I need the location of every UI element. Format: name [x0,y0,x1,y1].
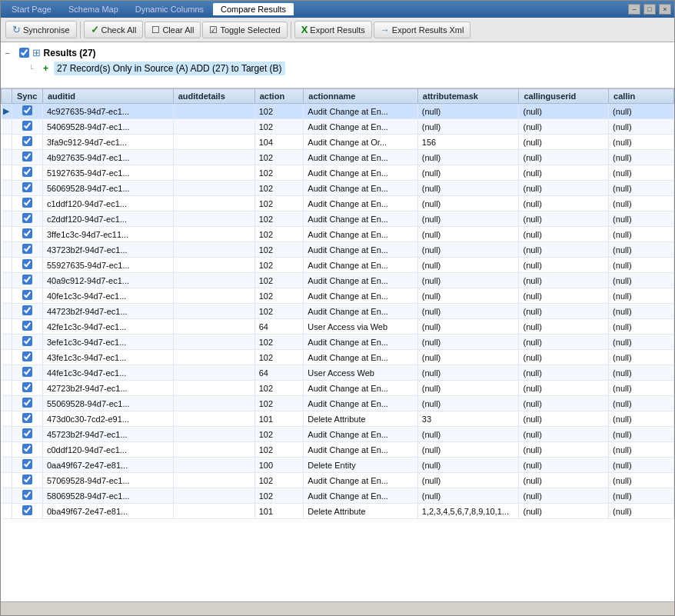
row-checkbox[interactable] [22,228,32,238]
toolbar-separator-2 [291,22,291,38]
row-checkbox[interactable] [22,444,32,454]
row-sync-cell [12,304,43,319]
row-checkbox[interactable] [22,105,32,115]
row-checkbox[interactable] [22,474,32,484]
check-all-button[interactable]: ✓ Check All [84,21,144,38]
row-attributemask: (null) [417,350,519,365]
row-checkbox[interactable] [22,382,32,392]
row-checkbox[interactable] [22,336,32,346]
export-xml-button[interactable]: → Export Results Xml [374,22,471,38]
col-callin[interactable]: callin [609,89,674,104]
row-arrow [2,427,12,442]
row-callinguserid: (null) [519,411,609,427]
minimize-button[interactable]: – [628,4,640,15]
row-sync-cell [12,473,43,488]
row-checkbox[interactable] [22,167,32,177]
clear-all-label: Clear All [162,25,194,35]
row-checkbox[interactable] [22,367,32,377]
row-arrow: ▶ [2,104,12,119]
row-arrow [2,304,12,319]
col-callinguserid[interactable]: callinguserid [519,89,609,104]
tree-child-label[interactable]: 27 Record(s) Only in Source (A) ADD (27)… [54,62,285,75]
tab-start-page[interactable]: Start Page [4,3,59,15]
row-checkbox[interactable] [22,351,32,361]
window-controls: – □ × [628,4,671,15]
col-sync[interactable]: Sync [12,89,43,104]
row-callinguserid: (null) [519,488,609,504]
close-button[interactable]: × [659,4,671,15]
row-auditid: 51927635-94d7-ec1... [43,165,174,181]
row-checkbox[interactable] [22,398,32,408]
row-callinguserid: (null) [519,165,609,181]
row-sync-cell [12,258,43,273]
row-callinguserid: (null) [519,135,609,150]
row-checkbox[interactable] [22,290,32,300]
table-row: 4b927635-94d7-ec1...102Audit Change at E… [2,150,674,165]
row-action: 101 [254,504,304,519]
row-checkbox[interactable] [22,490,32,500]
row-checkbox[interactable] [22,321,32,331]
tree-root-checkbox[interactable] [19,48,29,58]
col-auditdetails[interactable]: auditdetails [173,89,254,104]
tree-area: – ⊞ Results (27) └ + 27 Record(s) Only i… [1,42,674,88]
row-attributemask: (null) [417,304,519,319]
row-auditid: 43723b2f-94d7-ec1... [43,242,174,258]
row-action: 102 [254,304,304,319]
col-auditid[interactable]: auditid [43,89,174,104]
row-action: 102 [254,396,304,411]
row-checkbox[interactable] [22,182,32,192]
row-checkbox[interactable] [22,152,32,161]
row-checkbox[interactable] [22,275,32,285]
row-auditid: 43fe1c3c-94d7-ec1... [43,350,174,365]
row-arrow [2,211,12,227]
row-callinguserid: (null) [519,458,609,473]
col-attributemask[interactable]: attributemask [417,89,519,104]
tab-compare-results[interactable]: Compare Results [213,3,294,15]
row-auditid: 4b927635-94d7-ec1... [43,150,174,165]
row-checkbox[interactable] [22,121,32,131]
row-auditdetails [173,165,254,181]
row-checkbox[interactable] [22,244,32,254]
toggle-selected-button[interactable]: ☑ Toggle Selected [202,22,287,38]
row-callinguserid: (null) [519,119,609,135]
row-auditid: 473d0c30-7cd2-e91... [43,411,174,427]
row-actionname: Audit Change at En... [304,396,417,411]
row-auditdetails [173,427,254,442]
row-checkbox[interactable] [22,213,32,223]
row-checkbox[interactable] [22,305,32,315]
data-table-container[interactable]: Sync auditid auditdetails action actionn… [1,88,674,601]
row-attributemask: (null) [417,150,519,165]
row-callinguserid: (null) [519,304,609,319]
tree-collapse-icon[interactable]: – [5,48,10,57]
row-checkbox[interactable] [22,413,32,423]
tab-schema-map[interactable]: Schema Map [61,3,126,15]
title-bar: Start Page Schema Map Dynamic Columns Co… [1,1,674,18]
export-results-button[interactable]: X Export Results [294,21,372,38]
row-checkbox[interactable] [22,505,32,515]
synchronise-button[interactable]: ↻ Synchronise [5,21,77,38]
col-actionname[interactable]: actionname [304,89,417,104]
check-all-label: Check All [101,25,137,35]
row-attributemask: (null) [417,473,519,488]
row-arrow [2,150,12,165]
row-callin: (null) [609,365,674,381]
col-action[interactable]: action [254,89,304,104]
clear-all-button[interactable]: ☐ Clear All [145,22,201,38]
row-auditid: 3ffe1c3c-94d7-ec11... [43,227,174,242]
row-action: 102 [254,335,304,350]
row-actionname: Audit Change at En... [304,211,417,227]
tab-dynamic-columns[interactable]: Dynamic Columns [128,3,211,15]
row-sync-cell [12,288,43,304]
row-checkbox[interactable] [22,198,32,208]
row-checkbox[interactable] [22,459,32,469]
table-row: 44723b2f-94d7-ec1...102Audit Change at E… [2,304,674,319]
row-checkbox[interactable] [22,136,32,146]
row-callinguserid: (null) [519,442,609,458]
tree-root-label: Results (27) [44,48,96,58]
table-row: 43723b2f-94d7-ec1...102Audit Change at E… [2,242,674,258]
table-row: 40a9c912-94d7-ec1...102Audit Change at E… [2,273,674,288]
row-checkbox[interactable] [22,428,32,438]
maximize-button[interactable]: □ [643,4,656,15]
row-checkbox[interactable] [22,259,32,269]
toolbar: ↻ Synchronise ✓ Check All ☐ Clear All ☑ … [1,18,674,42]
